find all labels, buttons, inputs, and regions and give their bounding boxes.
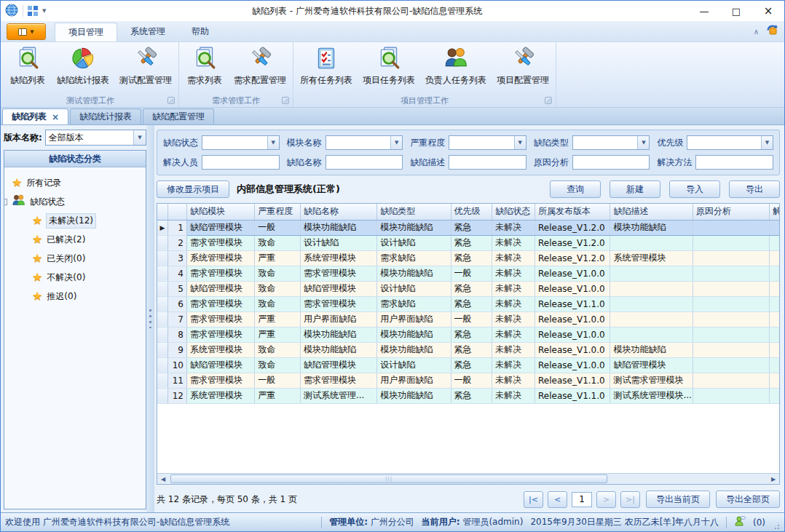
ribbon-tab-3[interactable]: 帮助 — [178, 23, 222, 41]
table-cell: Release_V1.2.0 — [535, 235, 610, 250]
pager-last-button[interactable]: >| — [620, 491, 640, 508]
chevron-down-icon[interactable]: ▼ — [267, 136, 279, 149]
maximize-button[interactable]: □ — [720, 1, 752, 21]
document-tab-2[interactable]: 缺陷统计报表 — [70, 108, 141, 124]
export-current-page-button[interactable]: 导出当前页 — [646, 491, 710, 508]
ribbon-collapse-icon[interactable]: ∧ — [754, 28, 759, 36]
ribbon-button[interactable]: 缺陷统计报表 — [52, 44, 114, 87]
export-all-pages-button[interactable]: 导出全部页 — [716, 491, 780, 508]
table-cell — [693, 220, 769, 235]
ribbon-button[interactable]: 需求配置管理 — [229, 44, 291, 87]
chevron-down-icon[interactable]: ▼ — [761, 136, 773, 149]
ribbon-tab-2[interactable]: 系统管理 — [117, 23, 178, 41]
modify-display-button[interactable]: 修改显示项目 — [157, 180, 229, 198]
filter-select-5[interactable]: ▼ — [687, 135, 773, 150]
table-row[interactable]: 5缺陷管理模块致命缺陷管理模块设计缺陷紧急未解决Release_V1.0.0 — [157, 281, 779, 296]
filter-select-3[interactable]: ▼ — [449, 135, 526, 150]
ribbon-button[interactable]: 项目任务列表 — [358, 44, 420, 87]
ribbon-button[interactable]: 缺陷列表 — [4, 44, 52, 87]
tree-item[interactable]: ★未解决(12) — [12, 211, 143, 230]
dialog-launcher-icon[interactable]: ◿ — [282, 97, 289, 104]
column-header[interactable]: 缺陷状态 — [492, 204, 535, 220]
filter-input-4[interactable] — [573, 156, 650, 169]
ribbon-button[interactable]: 测试配置管理 — [114, 44, 177, 87]
version-select[interactable]: 全部版本 ▼ — [45, 130, 146, 146]
column-header[interactable]: 解决方法 — [770, 204, 779, 220]
table-cell: 缺陷管理模块 — [187, 281, 255, 296]
column-header[interactable]: 缺陷类型 — [377, 204, 451, 220]
dialog-launcher-icon[interactable]: ◿ — [167, 97, 175, 104]
quick-access-icon[interactable] — [28, 6, 38, 16]
page-number-input[interactable] — [572, 492, 592, 507]
row-selector-cell — [157, 342, 167, 357]
statusbar-separator — [321, 517, 322, 528]
table-row[interactable]: 2需求管理模块致命设计缺陷设计缺陷紧急未解决Release_V1.2.0 — [157, 235, 779, 250]
filter-input-2[interactable] — [326, 156, 403, 169]
app-logo-icon[interactable] — [5, 4, 18, 19]
tree-item[interactable]: ★推迟(0) — [12, 287, 143, 306]
export-button[interactable]: 导出 — [729, 180, 780, 198]
messages-person-icon[interactable] — [734, 515, 746, 529]
scrollbar-track[interactable]: ||| — [169, 474, 768, 484]
app-menu-button[interactable]: ▼ — [7, 23, 46, 40]
tree-item[interactable]: ★已关闭(0) — [12, 249, 143, 268]
chevron-down-icon[interactable]: ▼ — [637, 136, 649, 149]
ribbon-tab-1[interactable]: 项目管理 — [55, 23, 117, 41]
filter-select-1[interactable]: ▼ — [202, 135, 280, 150]
column-header[interactable]: 缺陷描述 — [610, 204, 693, 220]
sidebar-splitter[interactable] — [146, 125, 154, 512]
table-row[interactable]: ▶1缺陷管理模块一般模块功能缺陷模块功能缺陷紧急未解决Release_V1.2.… — [157, 220, 779, 235]
scroll-right-icon[interactable]: ▶ — [768, 474, 779, 484]
column-header[interactable]: 优先级 — [451, 204, 492, 220]
tree-item[interactable]: -缺陷状态 — [12, 192, 143, 211]
filter-select-2[interactable]: ▼ — [326, 135, 403, 150]
tab-close-icon[interactable]: × — [52, 112, 59, 122]
filter-input-1[interactable] — [202, 156, 279, 169]
filter-input-5[interactable] — [696, 156, 773, 169]
new-button[interactable]: 新建 — [610, 180, 660, 198]
dialog-launcher-icon[interactable]: ◿ — [545, 97, 552, 104]
close-button[interactable]: × — [752, 1, 784, 21]
resize-grip[interactable] — [773, 523, 780, 530]
table-row[interactable]: 4需求管理模块致命需求管理模块模块功能缺陷一般未解决Release_V1.0.0 — [157, 266, 779, 281]
column-header[interactable]: 原因分析 — [693, 204, 769, 220]
column-header[interactable]: 缺陷名称 — [300, 204, 376, 220]
pager-next-button[interactable]: > — [596, 491, 616, 508]
filter-select-4[interactable]: ▼ — [572, 135, 650, 150]
scrollbar-thumb[interactable]: ||| — [170, 475, 607, 483]
ribbon-button[interactable]: 需求列表 — [181, 44, 229, 87]
table-row[interactable]: 7需求管理模块严重用户界面缺陷用户界面缺陷一般未解决Release_V1.0.0 — [157, 311, 779, 327]
tree-item[interactable]: ★所有记录 — [12, 173, 143, 192]
tree-item[interactable]: ★已解决(2) — [12, 230, 143, 249]
filter-input-3[interactable] — [449, 156, 526, 169]
message-count[interactable]: (0) — [753, 517, 765, 528]
table-row[interactable]: 8需求管理模块严重模块功能缺陷模块功能缺陷紧急未解决Release_V1.0.0 — [157, 327, 779, 342]
ribbon-button[interactable]: 所有任务列表 — [295, 44, 358, 87]
document-tab-3[interactable]: 缺陷配置管理 — [143, 108, 214, 124]
column-header[interactable]: 缺陷模块 — [187, 204, 255, 220]
scroll-left-icon[interactable]: ◀ — [157, 474, 169, 484]
table-row[interactable]: 10缺陷管理模块致命缺陷管理模块设计缺陷紧急未解决Release_V1.0.0缺… — [157, 357, 779, 373]
table-row[interactable]: 3系统管理模块严重系统管理模块需求缺陷紧急未解决Release_V1.2.0系统… — [157, 250, 779, 266]
search-button[interactable]: 查询 — [550, 180, 601, 198]
minimize-button[interactable]: — — [688, 1, 720, 21]
tree-expander-icon[interactable]: - — [4, 199, 7, 205]
pager-first-button[interactable]: |< — [524, 491, 543, 508]
chevron-down-icon[interactable]: ▼ — [514, 136, 526, 149]
import-button[interactable]: 导入 — [669, 180, 720, 198]
pager-prev-button[interactable]: < — [548, 491, 567, 508]
column-header[interactable]: 所属发布版本 — [535, 204, 610, 220]
chevron-down-icon[interactable]: ▼ — [390, 136, 402, 149]
table-row[interactable]: 6需求管理模块致命需求管理模块需求缺陷紧急未解决Release_V1.1.0 — [157, 296, 779, 311]
table-row[interactable]: 11需求管理模块一般需求管理模块用户界面缺陷一般未解决Release_V1.1.… — [157, 373, 779, 388]
tree-item[interactable]: ★不解决(0) — [12, 268, 143, 287]
column-header[interactable]: 严重程度 — [255, 204, 301, 220]
table-row[interactable]: 12系统管理模块严重测试系统管理...模块功能缺陷紧急未解决Release_V1… — [157, 388, 779, 403]
table-row[interactable]: 9系统管理模块致命模块功能缺陷模块功能缺陷紧急未解决Release_V1.0.0… — [157, 342, 779, 357]
ribbon-button[interactable]: 项目配置管理 — [492, 44, 554, 87]
document-tab-1[interactable]: 缺陷列表× — [2, 108, 68, 124]
horizontal-scrollbar[interactable]: ◀ ||| ▶ — [157, 473, 779, 484]
chevron-down-icon[interactable]: ▼ — [133, 130, 146, 145]
help-icon[interactable] — [766, 24, 778, 39]
ribbon-button[interactable]: 负责人任务列表 — [420, 44, 492, 87]
